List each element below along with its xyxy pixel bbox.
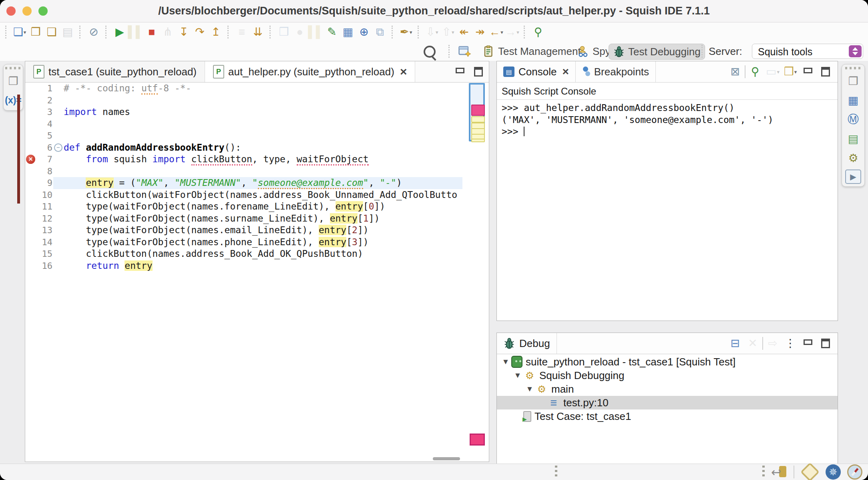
code-line[interactable]: 13 type(waitForObject(names.email_LineEd…: [25, 224, 462, 236]
open-web-browser-button[interactable]: ⊕: [356, 23, 372, 41]
back-button[interactable]: ←▾: [488, 23, 504, 41]
code-line[interactable]: 14 type(waitForObject(names.phone_LineEd…: [25, 236, 462, 248]
last-edit-back-button[interactable]: ↞: [456, 23, 472, 41]
tree-row-config[interactable]: ▼⚙Squish Debugging: [497, 369, 838, 382]
suspend-button[interactable]: ▌▌: [128, 23, 144, 41]
code-line[interactable]: 6−def addRandomAddressbookEntry():: [25, 142, 462, 154]
open-console-button[interactable]: ❒▾: [782, 63, 798, 81]
forward-button[interactable]: →▾: [504, 23, 520, 41]
console-line[interactable]: >>> aut_helper.addRandomAddressbookEntry…: [502, 102, 838, 114]
code-line[interactable]: 11 type(waitForObject(names.forename_Lin…: [25, 201, 462, 213]
tree-row-main[interactable]: ▼⚙main: [497, 382, 838, 396]
console-line[interactable]: >>>: [502, 126, 838, 138]
test-settings-view-button[interactable]: ⚙: [845, 150, 862, 165]
console-line[interactable]: ('MAX', 'MUSTERMANN', 'someone@example.c…: [502, 114, 838, 126]
code-line[interactable]: 12 type(waitForObject(names.surname_Line…: [25, 213, 462, 225]
code-line[interactable]: 4: [25, 118, 462, 130]
compass-icon[interactable]: [847, 464, 862, 480]
horizontal-scrollbar-thumb[interactable]: [433, 457, 460, 460]
disconnect-button[interactable]: ⋔: [160, 23, 176, 41]
step-script-button[interactable]: ⇊: [250, 23, 266, 41]
object-picker-button[interactable]: ✎: [324, 23, 340, 41]
drag-handle-dots[interactable]: [555, 466, 557, 478]
server-select[interactable]: Squish tools: [752, 44, 863, 59]
pause-recording-button[interactable]: ▌▌: [308, 23, 324, 41]
tab-debug[interactable]: Debug: [497, 333, 557, 354]
code-line[interactable]: 5: [25, 130, 462, 142]
tree-row-testcase[interactable]: Test Case: tst_case1: [497, 409, 838, 423]
minimize-button[interactable]: [800, 335, 816, 352]
tree-expand-chevron-icon[interactable]: ▼: [512, 371, 523, 380]
resume-button[interactable]: ▶: [112, 23, 128, 41]
pin-editor-button[interactable]: ⚲: [530, 23, 546, 41]
close-tab-icon[interactable]: ×: [400, 66, 407, 78]
clear-console-button[interactable]: ⊠: [727, 63, 743, 81]
overview-ruler[interactable]: [468, 83, 487, 457]
open-perspective-button[interactable]: [454, 44, 476, 59]
display-selected-console-button[interactable]: ▭▾: [765, 63, 781, 81]
capture-screenshot-button[interactable]: ▦: [340, 23, 356, 41]
debug-tree[interactable]: ▼suite_python_reload - tst_case1 [Squish…: [497, 354, 838, 464]
stop-button[interactable]: ■: [144, 23, 160, 41]
editor-maximize-button[interactable]: [473, 66, 484, 77]
fold-collapse-icon[interactable]: −: [54, 143, 62, 152]
global-scripts-view-button[interactable]: ▦: [845, 93, 862, 108]
tree-row-suite[interactable]: ▼suite_python_reload - tst_case1 [Squish…: [497, 355, 838, 369]
close-window-button[interactable]: [6, 6, 16, 16]
use-step-filters-button[interactable]: ≡: [234, 23, 250, 41]
diamond-icon[interactable]: [800, 462, 820, 480]
paste-snippet-button[interactable]: ❑: [44, 23, 60, 41]
tree-expand-chevron-icon[interactable]: ▼: [524, 385, 535, 393]
new-test-suite-button[interactable]: ❏▾: [12, 23, 28, 41]
tab-breakpoints[interactable]: Breakpoints: [576, 61, 656, 82]
runner-control-view-button[interactable]: ▶: [845, 169, 861, 184]
methods-view-button[interactable]: Ⓜ: [845, 112, 862, 127]
drag-handle-dots[interactable]: [845, 67, 861, 69]
step-over-button[interactable]: ↷: [192, 23, 208, 41]
minimize-button[interactable]: [800, 63, 816, 81]
code-line[interactable]: 15 clickButton(names.address_Book_Add_OK…: [25, 248, 462, 260]
save-button[interactable]: ▤: [60, 23, 76, 41]
knot-icon[interactable]: ✵: [826, 464, 841, 480]
minimize-window-button[interactable]: [22, 6, 32, 16]
editor-minimize-button[interactable]: [454, 66, 466, 77]
step-return-button[interactable]: ↥: [208, 23, 224, 41]
tab-console[interactable]: ▤ Console ×: [497, 61, 576, 82]
code-line[interactable]: 3import names: [25, 106, 462, 118]
drag-handle-dots[interactable]: [762, 466, 765, 478]
tree-row-frame[interactable]: ≡test.py:10: [497, 396, 838, 409]
code-line[interactable]: 1# -*- coding: utf-8 -*-: [25, 83, 462, 95]
code-line[interactable]: 8: [25, 165, 462, 177]
restore-view-button[interactable]: ❐: [845, 73, 862, 89]
step-into-button[interactable]: ↧: [176, 23, 192, 41]
editor-tab-tst-case1[interactable]: P tst_case1 (suite_python_reload): [25, 61, 205, 82]
launch-aut-button[interactable]: ❒: [276, 23, 292, 41]
perspective-test-debugging[interactable]: Test Debugging: [609, 44, 705, 60]
test-results-view-button[interactable]: ▤: [845, 131, 862, 146]
pin-console-button[interactable]: ⚲: [747, 63, 763, 81]
show-windows-button[interactable]: ⧉: [372, 23, 388, 41]
close-console-icon[interactable]: ×: [562, 66, 569, 77]
tree-expand-chevron-icon[interactable]: ▼: [500, 357, 511, 366]
editor-tab-aut-helper[interactable]: P aut_helper.py (suite_python_reload) ×: [205, 61, 415, 82]
last-edit-forward-button[interactable]: ↠: [472, 23, 488, 41]
record-button[interactable]: ●: [292, 23, 308, 41]
console-output[interactable]: >>> aut_helper.addRandomAddressbookEntry…: [497, 100, 838, 138]
code-line[interactable]: 9 entry = ("MAX", "MUSTERMANN", "someone…: [25, 177, 462, 189]
highlighter-button[interactable]: ✒▾: [398, 23, 414, 41]
code-line[interactable]: 2: [25, 95, 462, 107]
previous-annotation-button[interactable]: ⇩▾: [424, 23, 440, 41]
collapse-all-button[interactable]: ⊟: [727, 335, 743, 352]
maximize-button[interactable]: [818, 335, 834, 352]
restore-view-button[interactable]: ❐: [5, 73, 22, 89]
perspective-test-management[interactable]: Test Management: [479, 44, 585, 59]
code-line[interactable]: ✕7 from squish import clickButton, type,…: [25, 153, 462, 165]
code-editor[interactable]: 1# -*- coding: utf-8 -*-23import names45…: [25, 83, 462, 457]
drag-handle-dots[interactable]: [5, 67, 21, 69]
view-menu-button[interactable]: ⋮: [782, 335, 798, 352]
search-button[interactable]: [421, 44, 439, 59]
code-line[interactable]: 16 return entry: [25, 260, 462, 272]
maximize-button[interactable]: [818, 63, 834, 81]
next-annotation-button[interactable]: ⇧▾: [440, 23, 456, 41]
console-body[interactable]: Squish Script Console >>> aut_helper.add…: [497, 83, 838, 321]
